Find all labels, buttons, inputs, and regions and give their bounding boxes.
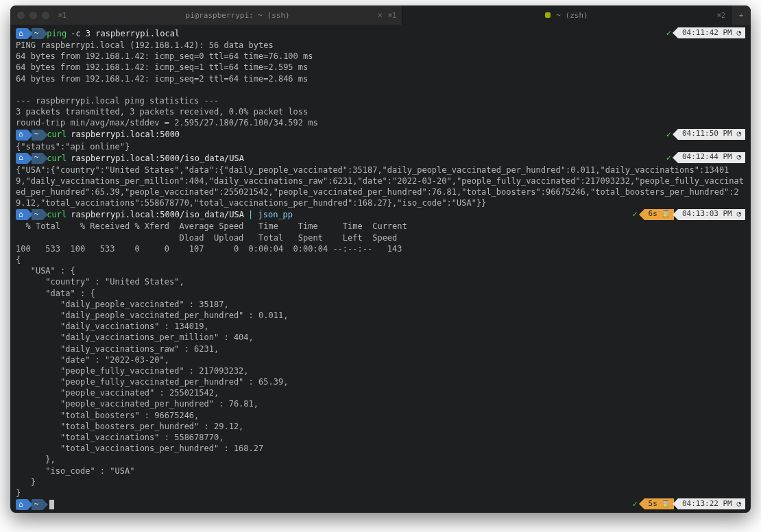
prompt-home-segment: ⌂ [16,153,27,164]
right-status: ✓04:11:42 PM [666,27,745,38]
active-dot-icon [545,12,551,18]
prompt-home-segment: ⌂ [16,28,27,39]
terminal-window: ⌘1 pi@raspberrypi: ~ (ssh) × ⌘1 ~ (zsh) … [10,5,751,513]
right-status: ✓6s04:13:03 PM [632,208,745,219]
command-row: ⌂~ ping -c 3 raspberrypi.local✓04:11:42 … [16,27,745,40]
duration-chip: 6s [644,209,674,220]
close-icon[interactable]: × [378,10,383,20]
command-args: raspberrypi.local:5000/iso_data/USA [71,209,244,220]
prompt-tilde-segment: ~ [32,209,43,220]
tab-label: pi@raspberrypi: ~ (ssh) [185,11,289,20]
time-chip: 04:11:50 PM [678,129,745,140]
titlebar: ⌘1 pi@raspberrypi: ~ (ssh) × ⌘1 ~ (zsh) … [10,5,751,25]
tab-zsh[interactable]: ~ (zsh) ⌘2 [402,5,732,25]
close-dot[interactable] [17,12,25,19]
plus-icon: + [739,11,744,20]
clock-icon [732,129,741,139]
prompt-home-segment: ⌂ [16,209,27,220]
command-pipe: | json_pp [248,209,293,220]
window-controls: ⌘1 [10,5,73,25]
command-name: curl [47,129,67,140]
clock-icon [732,209,741,219]
command-args: -c 3 raspberrypi.local [71,28,180,39]
command-name: ping [47,28,67,39]
ok-icon: ✓ [632,498,637,509]
ok-icon: ✓ [666,27,671,38]
tab-label: ~ (zsh) [556,11,588,20]
time-chip: 04:12:44 PM [678,152,745,163]
command-name: curl [47,153,67,164]
tab-kbd: ⌘1 [388,12,396,19]
prompt-tilde-segment: ~ [32,153,43,164]
minimize-dot[interactable] [29,12,37,19]
ok-icon: ✓ [666,152,671,163]
tab-kbd-left: ⌘1 [58,12,67,19]
command-row: ⌂~ curl raspberrypi.local:5000/iso_data/… [16,208,745,221]
duration-chip: 5s [644,498,674,509]
command-row: ⌂~ curl raspberrypi.local:5000✓04:11:50 … [16,129,745,141]
prompt-row[interactable]: ⌂~ ✓5s04:13:22 PM [16,498,745,511]
command-args: raspberrypi.local:5000/iso_data/USA [71,153,244,164]
time-chip: 04:13:03 PM [678,209,745,220]
command-row: ⌂~ curl raspberrypi.local:5000/iso_data/… [16,152,745,165]
ok-icon: ✓ [632,208,637,219]
hourglass-icon [657,209,670,219]
right-status: ✓04:11:50 PM [666,129,745,140]
tab-kbd: ⌘2 [717,12,725,19]
right-status: ✓04:12:44 PM [666,152,745,163]
clock-icon [732,499,741,509]
terminal-body[interactable]: ⌂~ ping -c 3 raspberrypi.local✓04:11:42 … [10,25,751,513]
tab-ssh[interactable]: pi@raspberrypi: ~ (ssh) × ⌘1 [73,5,402,25]
right-status: ✓5s04:13:22 PM [632,498,745,509]
prompt-tilde-segment: ~ [32,28,43,39]
time-chip: 04:11:42 PM [678,27,745,38]
command-args: raspberrypi.local:5000 [71,129,180,140]
clock-icon [732,152,741,162]
command-name: curl [47,209,67,220]
command-output: {"status":"api online"} [16,141,745,152]
command-output: {"USA":{"country":"United States","data"… [16,165,745,209]
prompt-home-segment: ⌂ [16,499,27,510]
hourglass-icon [657,499,670,509]
cursor [49,500,54,509]
time-chip: 04:13:22 PM [678,498,745,509]
new-tab-button[interactable]: + [732,5,751,25]
clock-icon [732,28,741,38]
ok-icon: ✓ [666,129,671,140]
prompt-home-segment: ⌂ [16,130,27,141]
zoom-dot[interactable] [42,12,49,19]
command-output: % Total % Received % Xferd Average Speed… [16,221,745,498]
prompt-tilde-segment: ~ [32,499,43,510]
prompt-tilde-segment: ~ [32,130,43,141]
command-output: PING raspberrypi.local (192.168.1.42): 5… [16,40,745,129]
